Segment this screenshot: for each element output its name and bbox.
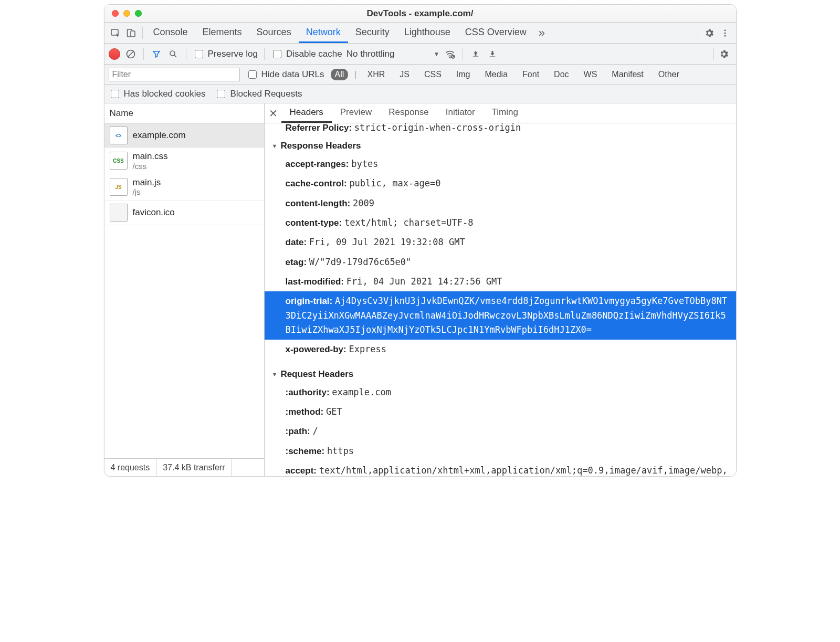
svg-rect-11 bbox=[490, 56, 496, 57]
request-row[interactable]: <>example.com bbox=[104, 123, 264, 148]
detail-tabstrip: ✕ HeadersPreviewResponseInitiatorTiming bbox=[265, 103, 736, 123]
blocked-requests-checkbox[interactable]: Blocked Requests bbox=[215, 88, 302, 100]
type-filter-doc[interactable]: Doc bbox=[550, 69, 573, 80]
detail-tab-initiator[interactable]: Initiator bbox=[437, 103, 484, 123]
separator bbox=[264, 48, 265, 60]
type-filter-img[interactable]: Img bbox=[452, 69, 475, 80]
throttling-dropdown[interactable]: No throttling ▼ bbox=[346, 49, 440, 59]
response-headers-title[interactable]: ▼ Response Headers bbox=[270, 138, 731, 154]
header-row[interactable]: etag: W/"7d9-179d76c65e0" bbox=[270, 252, 731, 272]
network-settings-gear-icon[interactable] bbox=[716, 46, 732, 62]
type-filter-ws[interactable]: WS bbox=[580, 69, 602, 80]
disable-cache-checkbox[interactable]: Disable cache bbox=[271, 48, 342, 60]
filter-funnel-icon[interactable] bbox=[150, 48, 163, 60]
type-filter-other[interactable]: Other bbox=[654, 69, 684, 80]
has-blocked-cookies-checkbox[interactable]: Has blocked cookies bbox=[109, 88, 206, 100]
header-row[interactable]: :path: / bbox=[270, 422, 731, 441]
header-row[interactable]: content-length: 2009 bbox=[270, 194, 731, 213]
tab-css-overview[interactable]: CSS Overview bbox=[458, 23, 534, 43]
header-row[interactable]: origin-trial: Aj4DysCv3VjknU3jJvkDEwnQZK… bbox=[265, 291, 736, 340]
request-name: main.css bbox=[133, 151, 168, 162]
tab-console[interactable]: Console bbox=[146, 23, 195, 43]
header-value: Fri, 09 Jul 2021 19:32:08 GMT bbox=[309, 237, 465, 247]
svg-point-4 bbox=[724, 32, 726, 34]
detail-tab-headers[interactable]: Headers bbox=[281, 103, 332, 123]
header-row[interactable]: cache-control: public, max-age=0 bbox=[270, 174, 731, 193]
headers-body[interactable]: Referrer Policy: strict-origin-when-cros… bbox=[265, 123, 736, 476]
tab-network[interactable]: Network bbox=[299, 23, 348, 43]
header-key: cache-control: bbox=[286, 178, 347, 188]
preserve-log-label: Preserve log bbox=[208, 49, 258, 59]
type-filter-js[interactable]: JS bbox=[395, 69, 414, 80]
settings-gear-icon[interactable] bbox=[701, 25, 717, 41]
header-row[interactable]: last-modified: Fri, 04 Jun 2021 14:27:56… bbox=[270, 272, 731, 291]
type-filter-media[interactable]: Media bbox=[480, 69, 512, 80]
type-filter-font[interactable]: Font bbox=[518, 69, 543, 80]
upload-har-icon[interactable] bbox=[469, 48, 482, 60]
header-key: content-type: bbox=[286, 218, 342, 228]
type-filter-manifest[interactable]: Manifest bbox=[607, 69, 647, 80]
maximize-icon[interactable] bbox=[135, 10, 142, 17]
preserve-log-checkbox[interactable]: Preserve log bbox=[193, 48, 258, 60]
blank-file-icon bbox=[110, 204, 128, 222]
triangle-down-icon: ▼ bbox=[272, 371, 278, 377]
header-row[interactable]: date: Fri, 09 Jul 2021 19:32:08 GMT bbox=[270, 233, 731, 252]
header-row[interactable]: x-powered-by: Express bbox=[270, 340, 731, 359]
header-value: 2009 bbox=[353, 198, 374, 208]
response-headers-section: ▼ Response Headers accept-ranges: bytesc… bbox=[265, 134, 736, 363]
header-key: :path: bbox=[286, 426, 310, 436]
header-key: x-powered-by: bbox=[286, 344, 346, 354]
detail-tab-timing[interactable]: Timing bbox=[484, 103, 527, 123]
header-value: bytes bbox=[351, 159, 378, 169]
header-value: text/html,application/xhtml+xml,applicat… bbox=[286, 465, 728, 476]
search-icon[interactable] bbox=[167, 48, 180, 60]
network-conditions-icon[interactable] bbox=[444, 48, 456, 60]
has-blocked-cookies-label: Has blocked cookies bbox=[124, 89, 206, 99]
filter-input[interactable] bbox=[109, 68, 240, 81]
svg-rect-2 bbox=[131, 31, 135, 37]
hide-data-urls-checkbox[interactable]: Hide data URLs bbox=[246, 69, 324, 80]
tab-security[interactable]: Security bbox=[348, 23, 397, 43]
clear-icon[interactable] bbox=[124, 48, 137, 60]
disable-cache-label: Disable cache bbox=[286, 49, 342, 59]
tab-sources[interactable]: Sources bbox=[249, 23, 299, 43]
kebab-menu-icon[interactable] bbox=[717, 25, 733, 41]
close-icon[interactable] bbox=[112, 10, 119, 17]
inspect-element-icon[interactable] bbox=[108, 25, 123, 41]
device-toolbar-icon[interactable] bbox=[123, 25, 139, 41]
type-filter-xhr[interactable]: XHR bbox=[363, 69, 389, 80]
type-filter-all[interactable]: All bbox=[331, 69, 349, 80]
download-har-icon[interactable] bbox=[486, 48, 499, 60]
request-row[interactable]: CSSmain.css/css bbox=[104, 148, 264, 174]
svg-point-8 bbox=[449, 57, 450, 58]
header-key: date: bbox=[286, 237, 307, 247]
status-requests: 4 requests bbox=[104, 459, 157, 476]
header-row[interactable]: :authority: example.com bbox=[270, 383, 731, 402]
request-row[interactable]: JSmain.js/js bbox=[104, 174, 264, 201]
referrer-policy-row: Referrer Policy: strict-origin-when-cros… bbox=[265, 123, 736, 134]
header-row[interactable]: accept-ranges: bytes bbox=[270, 154, 731, 174]
header-value: GET bbox=[326, 406, 342, 417]
request-headers-title[interactable]: ▼ Request Headers bbox=[270, 366, 731, 383]
js-file-icon: JS bbox=[110, 178, 128, 196]
request-list: <>example.comCSSmain.css/cssJSmain.js/js… bbox=[104, 123, 264, 458]
svg-rect-10 bbox=[473, 56, 479, 57]
more-tabs-icon[interactable]: » bbox=[534, 26, 550, 40]
header-row[interactable]: accept: text/html,application/xhtml+xml,… bbox=[270, 461, 731, 476]
detail-tab-preview[interactable]: Preview bbox=[332, 103, 380, 123]
close-detail-icon[interactable]: ✕ bbox=[266, 106, 281, 121]
filter-row: Hide data URLs All|XHRJSCSSImgMediaFontD… bbox=[104, 65, 736, 85]
header-value: W/"7d9-179d76c65e0" bbox=[309, 257, 411, 267]
header-row[interactable]: content-type: text/html; charset=UTF-8 bbox=[270, 213, 731, 233]
header-key: accept-ranges: bbox=[286, 159, 349, 169]
name-column-header[interactable]: Name bbox=[104, 103, 264, 123]
record-button[interactable] bbox=[109, 48, 120, 60]
tab-lighthouse[interactable]: Lighthouse bbox=[397, 23, 458, 43]
minimize-icon[interactable] bbox=[123, 10, 130, 17]
header-row[interactable]: :scheme: https bbox=[270, 441, 731, 461]
request-row[interactable]: favicon.ico bbox=[104, 201, 264, 225]
tab-elements[interactable]: Elements bbox=[195, 23, 249, 43]
detail-tab-response[interactable]: Response bbox=[380, 103, 437, 123]
header-row[interactable]: :method: GET bbox=[270, 402, 731, 422]
type-filter-css[interactable]: CSS bbox=[420, 69, 446, 80]
